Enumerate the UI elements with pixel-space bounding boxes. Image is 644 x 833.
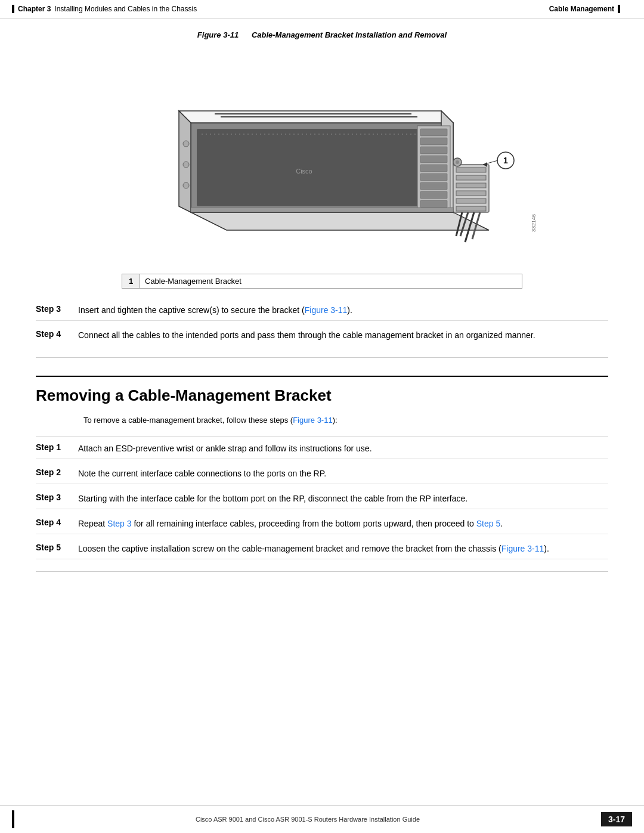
svg-rect-46 bbox=[364, 134, 366, 135]
svg-rect-28 bbox=[289, 134, 290, 135]
svg-rect-14 bbox=[231, 134, 232, 135]
svg-rect-33 bbox=[310, 134, 311, 135]
svg-rect-23 bbox=[268, 134, 270, 135]
step5-figure-link[interactable]: Figure 3-11 bbox=[501, 544, 544, 553]
header-right: Cable Management bbox=[549, 5, 620, 13]
rm-step4-text: Repeat Step 3 for all remaining interfac… bbox=[78, 518, 608, 530]
page-footer: Cisco ASR 9001 and Cisco ASR 9001-S Rout… bbox=[0, 805, 644, 833]
svg-rect-80 bbox=[456, 175, 486, 180]
rm-step4-label: Step 4 bbox=[36, 518, 69, 527]
svg-rect-48 bbox=[373, 134, 374, 135]
svg-point-97 bbox=[183, 182, 189, 188]
intro-figure-link[interactable]: Figure 3-11 bbox=[293, 416, 332, 425]
svg-rect-27 bbox=[285, 134, 286, 135]
svg-rect-11 bbox=[218, 134, 219, 135]
svg-rect-67 bbox=[420, 129, 447, 136]
svg-rect-74 bbox=[420, 191, 447, 199]
svg-marker-0 bbox=[191, 212, 489, 230]
svg-rect-84 bbox=[456, 206, 486, 211]
step4-step5-link[interactable]: Step 5 bbox=[476, 519, 500, 528]
svg-rect-7 bbox=[202, 134, 203, 135]
remove-step-3: Step 3 Starting with the interface cable… bbox=[36, 489, 608, 509]
step3-text: Insert and tighten the captive screw(s) … bbox=[78, 304, 608, 317]
callout-row: 1 Cable-Management Bracket bbox=[122, 274, 522, 289]
svg-rect-58 bbox=[414, 134, 416, 135]
svg-rect-42 bbox=[348, 134, 349, 135]
figure-number: Figure 3-11 bbox=[197, 30, 239, 39]
step4-label: Step 4 bbox=[36, 329, 69, 339]
svg-rect-30 bbox=[298, 134, 299, 135]
svg-rect-57 bbox=[410, 134, 411, 135]
page-header: Chapter 3 Installing Modules and Cables … bbox=[0, 0, 644, 18]
svg-rect-15 bbox=[235, 134, 236, 135]
callout-label: Cable-Management Bracket bbox=[140, 274, 522, 289]
header-section-title: Cable Management bbox=[549, 5, 614, 13]
svg-rect-99 bbox=[191, 208, 453, 212]
svg-rect-51 bbox=[385, 134, 386, 135]
remove-step-5: Step 5 Loosen the captive installation s… bbox=[36, 539, 608, 559]
svg-rect-29 bbox=[293, 134, 295, 135]
svg-text:Cisco: Cisco bbox=[296, 168, 312, 175]
chapter-label: Chapter 3 bbox=[18, 5, 51, 13]
svg-point-90 bbox=[456, 160, 459, 164]
install-steps: Step 3 Insert and tighten the captive sc… bbox=[36, 301, 608, 345]
svg-rect-37 bbox=[327, 134, 328, 135]
svg-rect-36 bbox=[323, 134, 324, 135]
header-left: Chapter 3 Installing Modules and Cables … bbox=[12, 5, 197, 13]
svg-rect-45 bbox=[360, 134, 361, 135]
rm-step2-text: Note the current interface cable connect… bbox=[78, 467, 608, 480]
rm-step3-label: Step 3 bbox=[36, 493, 69, 502]
callout-number: 1 bbox=[122, 274, 140, 289]
step3-label: Step 3 bbox=[36, 304, 69, 314]
svg-point-96 bbox=[183, 162, 189, 168]
svg-rect-26 bbox=[281, 134, 282, 135]
rm-step1-text: Attach an ESD-preventive wrist or ankle … bbox=[78, 442, 608, 455]
svg-rect-35 bbox=[318, 134, 320, 135]
svg-rect-49 bbox=[377, 134, 378, 135]
svg-rect-40 bbox=[339, 134, 340, 135]
svg-point-95 bbox=[183, 141, 189, 147]
svg-rect-31 bbox=[302, 134, 303, 135]
footer-page-number: 3-17 bbox=[601, 812, 632, 826]
svg-rect-21 bbox=[260, 134, 261, 135]
svg-rect-53 bbox=[394, 134, 395, 135]
step3-figure-link[interactable]: Figure 3-11 bbox=[305, 305, 348, 315]
svg-rect-81 bbox=[456, 183, 486, 188]
rm-step1-label: Step 1 bbox=[36, 442, 69, 452]
remove-step-2: Step 2 Note the current interface cable … bbox=[36, 464, 608, 484]
install-step-4: Step 4 Connect all the cables to the int… bbox=[36, 326, 608, 345]
svg-rect-68 bbox=[420, 138, 447, 145]
step4-text: Connect all the cables to the intended p… bbox=[78, 329, 608, 342]
intro-text: To remove a cable-management bracket, fo… bbox=[83, 414, 608, 426]
remove-steps: Step 1 Attach an ESD-preventive wrist or… bbox=[36, 439, 608, 559]
svg-rect-43 bbox=[352, 134, 353, 135]
chassis-diagram: 1 Cisco bbox=[119, 45, 525, 266]
svg-rect-25 bbox=[277, 134, 278, 135]
step4-step3-link[interactable]: Step 3 bbox=[107, 519, 131, 528]
callout-table: 1 Cable-Management Bracket bbox=[122, 274, 522, 289]
svg-rect-16 bbox=[239, 134, 240, 135]
main-content: Figure 3-11 Cable-Management Bracket Ins… bbox=[0, 18, 644, 586]
rm-step3-text: Starting with the interface cable for th… bbox=[78, 493, 608, 505]
rm-step5-label: Step 5 bbox=[36, 543, 69, 552]
remove-step-1: Step 1 Attach an ESD-preventive wrist or… bbox=[36, 439, 608, 459]
svg-rect-39 bbox=[335, 134, 336, 135]
svg-rect-56 bbox=[406, 134, 407, 135]
svg-text:1: 1 bbox=[503, 156, 508, 165]
svg-rect-38 bbox=[331, 134, 332, 135]
svg-rect-41 bbox=[343, 134, 345, 135]
svg-rect-52 bbox=[389, 134, 391, 135]
svg-rect-32 bbox=[306, 134, 307, 135]
svg-rect-19 bbox=[252, 134, 253, 135]
svg-rect-18 bbox=[247, 134, 249, 135]
figure-id: 332146 bbox=[531, 214, 537, 232]
svg-rect-83 bbox=[456, 199, 486, 203]
svg-rect-54 bbox=[398, 134, 399, 135]
svg-rect-12 bbox=[222, 134, 224, 135]
svg-rect-79 bbox=[456, 168, 486, 172]
svg-rect-72 bbox=[420, 174, 447, 181]
svg-rect-9 bbox=[210, 134, 211, 135]
svg-rect-44 bbox=[356, 134, 357, 135]
figure-title: Cable-Management Bracket Installation an… bbox=[252, 30, 447, 39]
svg-rect-75 bbox=[420, 200, 447, 208]
